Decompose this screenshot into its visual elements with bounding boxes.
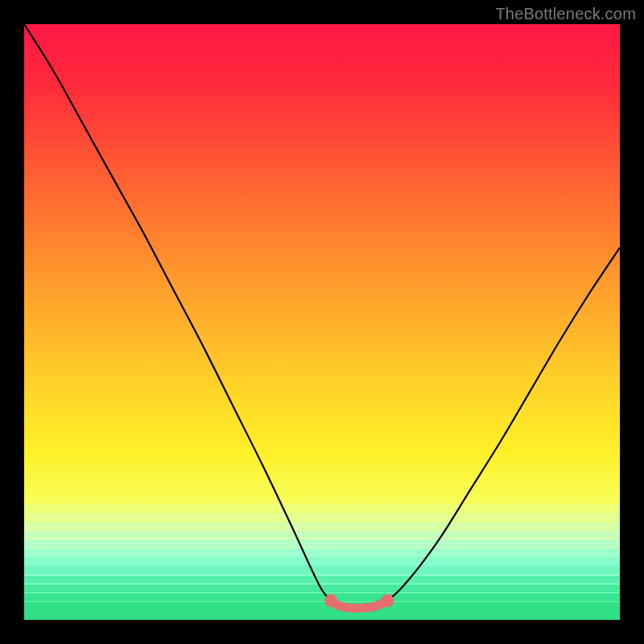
plateau-left-dot [324, 594, 337, 607]
bottom-plateau-curve [331, 601, 387, 608]
chart-container: TheBottleneck.com [0, 0, 644, 644]
watermark-text: TheBottleneck.com [495, 5, 636, 23]
right-curve [387, 248, 620, 601]
plot-area [24, 24, 620, 620]
curves-svg [24, 24, 620, 620]
plateau-right-dot [381, 594, 394, 607]
left-curve [24, 24, 331, 601]
